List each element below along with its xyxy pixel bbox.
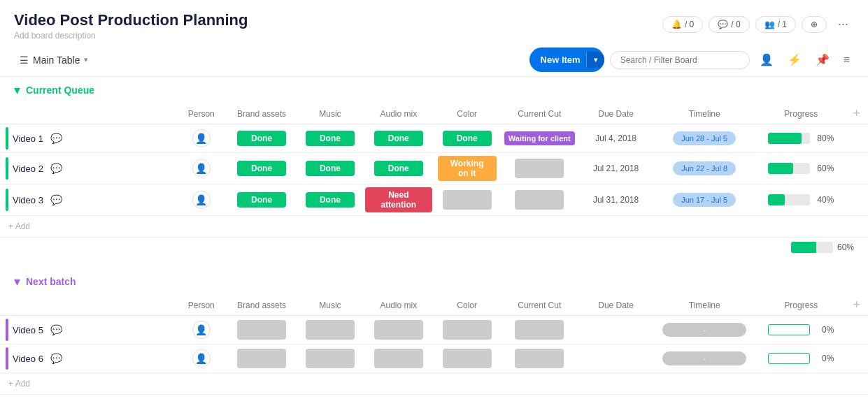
person-avatar[interactable]: 👤 [192,191,211,209]
current-cut-cell[interactable] [499,184,580,216]
person-cell[interactable]: 👤 [177,344,225,373]
brand-assets-cell[interactable] [225,316,298,344]
music-cell[interactable] [298,344,362,373]
color-cell[interactable] [435,316,499,344]
current-cut-cell[interactable] [499,316,580,344]
timeline-cell[interactable]: - [652,344,757,373]
summary-pct: 60% [837,242,854,252]
comment-icon[interactable]: 💬 [50,163,62,174]
timeline-cell[interactable]: Jun 17 - Jul 5 [652,184,757,216]
due-date-cell[interactable]: Jul 21, 2018 [580,153,653,184]
person-avatar[interactable]: 👤 [192,349,211,368]
music-cell[interactable]: Done [298,124,362,153]
color-cell[interactable]: Working on it [435,153,499,184]
group-expand-icon[interactable]: ▾ [14,274,20,289]
brand-assets-cell[interactable]: Done [225,124,298,153]
music-status[interactable]: Done [306,161,355,176]
row-name[interactable]: Video 1 [13,133,43,144]
person-cell[interactable]: 👤 [177,153,225,184]
brand-status[interactable]: Done [237,192,286,208]
row-name[interactable]: Video 5 [13,325,43,335]
current-cut-cell[interactable] [499,344,580,373]
new-item-caret[interactable]: ▾ [586,52,604,68]
row-name[interactable]: Video 6 [13,354,43,364]
timeline-cell[interactable]: Jun 28 - Jul 5 [652,124,757,153]
audio-mix-cell[interactable] [362,316,435,344]
more-options-button[interactable]: ··· [832,14,854,34]
group-title-next-batch[interactable]: Next batch [26,276,76,287]
add-item-button[interactable]: + Add [6,220,33,233]
col-header-cut: Current Cut [499,295,580,316]
music-cell[interactable]: Done [298,153,362,184]
person-cell[interactable]: 👤 [177,124,225,153]
row-name[interactable]: Video 3 [13,195,43,205]
add-item-button[interactable]: + Add [6,377,33,390]
summary-progress: 60% [791,242,854,253]
main-table-button[interactable]: ☰ Main Table ▾ [14,52,94,68]
comment-icon[interactable]: 💬 [50,133,62,144]
robot-button[interactable]: ⚡ [783,50,806,69]
music-status[interactable]: Done [306,192,355,208]
new-item-button[interactable]: New Item ▾ [529,48,604,72]
color-cell[interactable] [435,344,499,373]
brand-assets-cell[interactable]: Done [225,184,298,216]
filter-button[interactable]: ≡ [839,51,854,69]
person-cell[interactable]: 👤 [177,184,225,216]
color-status[interactable]: Working on it [438,156,497,181]
music-cell[interactable]: Done [298,184,362,216]
current-cut-cell[interactable] [499,153,580,184]
color-cell[interactable]: Done [435,124,499,153]
pin-button[interactable]: 📌 [811,50,834,69]
color-cell[interactable] [435,184,499,216]
person-cell[interactable]: 👤 [177,316,225,344]
col-header-audio: Audio mix [362,103,435,124]
person-avatar[interactable]: 👤 [192,159,211,177]
audio-mix-cell[interactable]: Need attention [362,184,435,216]
search-input[interactable] [610,51,750,69]
current-cut-cell[interactable]: Waiting for client [499,124,580,153]
row-add-col [846,124,868,153]
music-status[interactable]: Done [306,131,355,146]
activity-button[interactable]: 🔔 / 0 [662,16,703,33]
audio-status[interactable]: Done [374,131,423,146]
group-expand-icon[interactable]: ▾ [14,82,20,98]
brand-assets-cell[interactable]: Done [225,153,298,184]
comment-icon[interactable]: 💬 [50,194,62,205]
col-header-add: + [846,103,868,124]
audio-mix-cell[interactable]: Done [362,153,435,184]
members-button[interactable]: 👥 / 1 [755,16,796,33]
brand-assets-cell[interactable] [225,344,298,373]
person-filter-button[interactable]: 👤 [755,50,778,69]
add-column-button[interactable]: + [853,298,861,312]
comment-icon[interactable]: 💬 [50,353,62,364]
timeline-cell[interactable]: - [652,316,757,344]
add-row-cell[interactable]: + Add [0,373,177,395]
row-accent [6,157,8,180]
timeline-cell[interactable]: Jun 22 - Jul 8 [652,153,757,184]
audio-status[interactable]: Need attention [365,187,432,212]
audio-mix-cell[interactable]: Done [362,124,435,153]
person-avatar[interactable]: 👤 [192,129,211,147]
row-accent [6,189,8,211]
invite-button[interactable]: ⊕ [802,16,827,33]
group-current-queue: ▾ Current Queue Person Brand assets Musi… [0,77,868,257]
add-column-button[interactable]: + [853,106,861,121]
brand-status[interactable]: Done [237,131,286,146]
board-description[interactable]: Add board description [14,31,248,41]
music-cell[interactable] [298,316,362,344]
color-empty [443,349,492,368]
col-header-audio: Audio mix [362,295,435,316]
row-name[interactable]: Video 2 [13,164,43,174]
brand-status[interactable]: Done [237,161,286,176]
comment-icon[interactable]: 💬 [50,324,62,335]
audio-mix-cell[interactable] [362,344,435,373]
updates-button[interactable]: 💬 / 0 [709,16,749,33]
due-date-cell[interactable]: Jul 4, 2018 [580,124,653,153]
person-avatar[interactable]: 👤 [192,321,211,339]
color-status[interactable]: Done [443,131,492,146]
due-date-cell[interactable]: Jul 31, 2018 [580,184,653,216]
add-row-cell[interactable]: + Add [0,216,177,238]
audio-status[interactable]: Done [374,161,423,176]
cut-status[interactable]: Waiting for client [504,131,575,145]
group-title-current-queue[interactable]: Current Queue [26,85,94,96]
